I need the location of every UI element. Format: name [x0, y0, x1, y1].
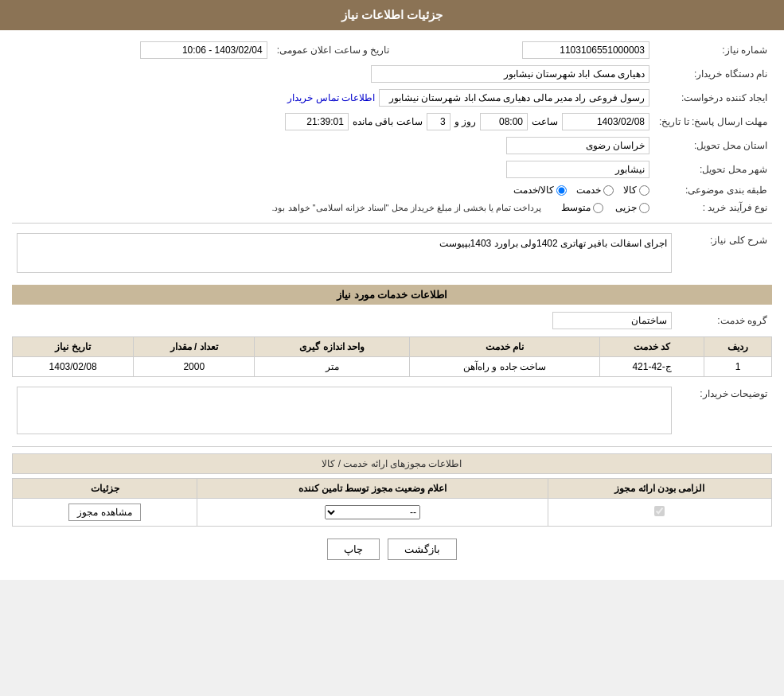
contact-link[interactable]: اطلاعات تماس خریدار [287, 92, 375, 103]
buyer-name-label: نام دستگاه خریدار: [654, 62, 772, 86]
license-status-cell: -- [197, 499, 548, 527]
cell-row-num: 1 [704, 357, 772, 377]
buyer-name-value-cell [12, 62, 654, 86]
main-content: شماره نیاز: تاریخ و ساعت اعلان عمومی: نا… [0, 30, 784, 580]
creator-value-cell: اطلاعات تماس خریدار [12, 86, 654, 110]
process-motavaset-radio[interactable] [593, 203, 603, 213]
cell-service-code: ج-42-421 [600, 357, 704, 377]
service-group-grid: گروه خدمت: [12, 309, 772, 332]
col-date: تاریخ نیاز [13, 337, 134, 357]
license-section-title: اطلاعات مجوزهای ارائه خدمت / کالا [12, 453, 772, 474]
services-section-title: اطلاعات خدمات مورد نیاز [12, 285, 772, 305]
buyer-notes-row: توضیحات خریدار: [12, 383, 772, 440]
category-khadamat-label: خدمت [576, 185, 601, 196]
category-khadamat-option[interactable]: خدمت [576, 185, 614, 196]
service-group-label: گروه خدمت: [677, 309, 772, 332]
license-table-header: الزامی بودن ارائه مجوز اعلام وضعیت مجوز … [13, 479, 772, 499]
need-desc-value-cell [12, 230, 677, 278]
need-desc-label: شرح کلی نیاز: [677, 230, 772, 278]
license-required-checkbox[interactable] [654, 506, 665, 516]
response-remaining-label: ساعت باقی مانده [353, 116, 423, 127]
license-col-required: الزامی بودن ارائه مجوز [548, 479, 771, 499]
cell-quantity: 2000 [134, 357, 255, 377]
category-value-cell: کالا خدمت کالا/خدمت [12, 181, 654, 199]
license-details-cell: مشاهده مجوز [13, 499, 197, 527]
cell-date: 1403/02/08 [13, 357, 134, 377]
buyer-notes-label: توضیحات خریدار: [677, 383, 772, 440]
province-label: استان محل تحویل: [654, 134, 772, 157]
response-time-input[interactable] [480, 113, 528, 130]
need-desc-row: شرح کلی نیاز: [12, 230, 772, 278]
province-value-cell [12, 134, 654, 157]
response-date-input[interactable] [562, 113, 649, 130]
service-group-input[interactable] [552, 312, 672, 329]
category-kala-khadamat-radio[interactable] [556, 185, 567, 196]
announce-date-label: تاریخ و ساعت اعلان عمومی: [272, 38, 395, 62]
process-jozi-label: جزیی [615, 202, 637, 213]
process-value-cell: جزیی متوسط پرداخت تمام یا بخشی از مبلغ خ… [12, 199, 654, 216]
category-row: طبقه بندی موضوعی: کالا خدمت [12, 181, 772, 199]
divider-2 [12, 446, 772, 447]
col-unit: واحد اندازه گیری [255, 337, 410, 357]
province-row: استان محل تحویل: [12, 134, 772, 157]
license-status-select[interactable]: -- [325, 505, 420, 519]
response-remaining-input[interactable] [285, 113, 349, 130]
print-button[interactable]: چاپ [327, 539, 380, 560]
need-number-value-cell [394, 38, 654, 62]
col-quantity: تعداد / مقدار [134, 337, 255, 357]
col-service-name: نام خدمت [410, 337, 600, 357]
process-jozi-radio[interactable] [639, 203, 649, 213]
license-col-details: جزئیات [13, 479, 197, 499]
category-kala-khadamat-label: کالا/خدمت [513, 185, 554, 196]
license-col-status: اعلام وضعیت مجوز توسط تامین کننده [197, 479, 548, 499]
response-deadline-label: مهلت ارسال پاسخ: تا تاریخ: [654, 110, 772, 134]
back-button[interactable]: بازگشت [388, 539, 457, 560]
process-jozi-option[interactable]: جزیی [615, 202, 649, 213]
category-khadamat-radio[interactable] [603, 185, 614, 196]
response-deadline-value-cell: ساعت روز و ساعت باقی مانده [12, 110, 654, 134]
view-license-button[interactable]: مشاهده مجوز [68, 504, 140, 521]
category-kala-label: کالا [623, 185, 637, 196]
category-kala-khadamat-option[interactable]: کالا/خدمت [513, 185, 567, 196]
license-required-cell [548, 499, 771, 527]
process-motavaset-option[interactable]: متوسط [561, 202, 603, 213]
cell-unit: متر [255, 357, 410, 377]
service-group-value-cell [12, 309, 677, 332]
header-title: جزئیات اطلاعات نیاز [341, 8, 443, 21]
category-kala-option[interactable]: کالا [623, 185, 649, 196]
need-number-input[interactable] [522, 41, 649, 59]
info-grid: شماره نیاز: تاریخ و ساعت اعلان عمومی: نا… [12, 38, 772, 216]
category-kala-radio[interactable] [639, 185, 649, 196]
creator-label: ایجاد کننده درخواست: [654, 86, 772, 110]
response-deadline-row: مهلت ارسال پاسخ: تا تاریخ: ساعت روز و سا… [12, 110, 772, 134]
table-row: 1 ج-42-421 ساخت جاده و راه‌آهن متر 2000 … [13, 357, 772, 377]
city-value-cell [12, 157, 654, 181]
col-service-code: کد خدمت [600, 337, 704, 357]
process-motavaset-label: متوسط [561, 202, 591, 213]
province-input[interactable] [506, 137, 649, 154]
need-desc-textarea[interactable] [17, 233, 672, 273]
action-buttons: بازگشت چاپ [12, 539, 772, 560]
process-label: نوع فرآیند خرید : [654, 199, 772, 216]
buyer-name-row: نام دستگاه خریدار: [12, 62, 772, 86]
announce-date-value-cell [12, 38, 272, 62]
buyer-name-input[interactable] [371, 65, 649, 83]
announce-date-input[interactable] [140, 41, 267, 59]
buyer-notes-grid: توضیحات خریدار: [12, 383, 772, 440]
license-table: الزامی بودن ارائه مجوز اعلام وضعیت مجوز … [12, 478, 772, 527]
response-days-input[interactable] [427, 113, 451, 130]
buyer-notes-textarea[interactable] [17, 387, 672, 434]
divider-1 [12, 223, 772, 224]
creator-row: ایجاد کننده درخواست: اطلاعات تماس خریدار [12, 86, 772, 110]
need-desc-grid: شرح کلی نیاز: [12, 230, 772, 278]
response-time-label: ساعت [532, 116, 558, 127]
city-row: شهر محل تحویل: [12, 157, 772, 181]
creator-input[interactable] [379, 89, 649, 107]
category-label: طبقه بندی موضوعی: [654, 181, 772, 199]
need-number-label: شماره نیاز: [654, 38, 772, 62]
city-input[interactable] [506, 161, 649, 178]
response-days-label: روز و [454, 116, 476, 127]
need-number-row: شماره نیاز: تاریخ و ساعت اعلان عمومی: [12, 38, 772, 62]
list-item: -- مشاهده مجوز [13, 499, 772, 527]
col-row-num: ردیف [704, 337, 772, 357]
